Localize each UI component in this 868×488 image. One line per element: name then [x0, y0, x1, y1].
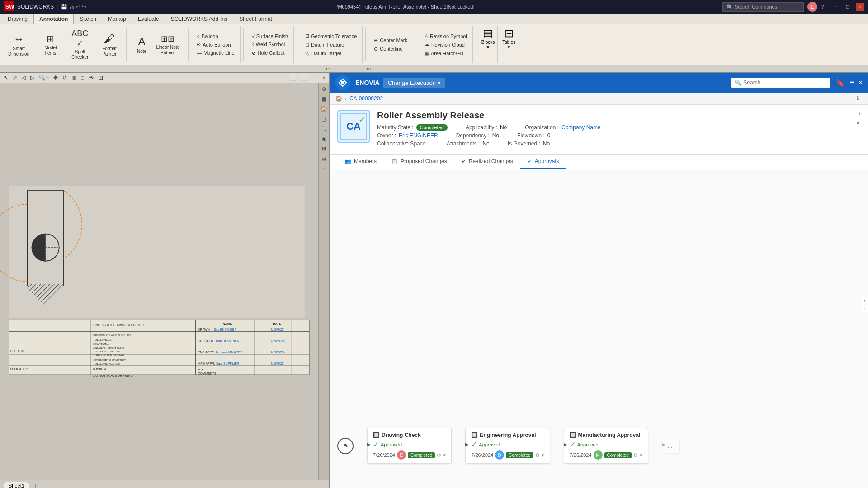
dx-tabs: 👥 Members 📋 Proposed Changes ✔ Realized … — [330, 155, 868, 169]
auto-balloon-btn[interactable]: ⊙ Auto Balloon — [194, 41, 237, 48]
drawing-check-settings-icon[interactable]: ⚙ — [437, 452, 441, 458]
zoom-to-fit-btn[interactable]: ⤢ — [11, 74, 19, 82]
tab-members[interactable]: 👥 Members — [337, 155, 384, 169]
solidworks-logo: SW — [4, 1, 14, 13]
mfg-approved-icon: ✓ — [570, 440, 576, 449]
dx-close-panel-btn[interactable]: × — [859, 79, 863, 87]
add-sheet-btn[interactable]: + — [31, 481, 40, 488]
drawing-check-expand-icon[interactable]: ▾ — [443, 452, 446, 458]
area-hatch-btn[interactable]: ▦ Area Hatch/Fill — [422, 49, 470, 57]
balloon-btn[interactable]: ○ Balloon — [194, 33, 237, 40]
expand-down-btn[interactable]: › — [862, 306, 868, 312]
mfg-badge: Completed — [604, 452, 632, 458]
help-btn[interactable]: ? — [821, 4, 824, 10]
maximize-btn[interactable]: □ — [844, 3, 852, 11]
tab-markup[interactable]: Markup — [102, 14, 132, 24]
minimize-btn[interactable]: − — [831, 3, 840, 11]
viewport-close-btn[interactable]: × — [321, 74, 327, 82]
spell-checker-btn[interactable]: ABC✓ SpellChecker — [69, 27, 91, 62]
revision-symbol-btn[interactable]: △ Revision Symbol — [422, 32, 470, 40]
vp-icon-7[interactable]: ⊞ — [321, 145, 327, 153]
eng-settings-icon[interactable]: ⚙ — [535, 452, 540, 458]
tab-approvals[interactable]: ✓ Approvals — [520, 155, 566, 169]
rotate-btn[interactable]: ↺ — [61, 74, 69, 82]
tab-proposed-changes[interactable]: 📋 Proposed Changes — [384, 155, 454, 169]
breadcrumb-ca[interactable]: CA-00000202 — [349, 95, 383, 102]
viewport-min-btn[interactable]: — — [311, 74, 320, 82]
center-mark-btn[interactable]: ⊕ Center Mark — [371, 37, 410, 44]
tables-btn[interactable]: ⊞ Tables ▼ — [500, 26, 518, 63]
tab-annotation[interactable]: Annotation — [33, 14, 74, 24]
dx-search-box[interactable]: 🔍 — [731, 78, 830, 88]
tables-dropdown-icon[interactable]: ▼ — [507, 45, 511, 50]
zoom-out-btn[interactable]: 🔍− — [37, 74, 51, 82]
datum-feature-btn[interactable]: ◻ Datum Feature — [302, 41, 359, 48]
viewport-restore-btn[interactable]: ⬜ — [288, 74, 298, 82]
blocks-btn[interactable]: ▤ Blocks ▼ — [479, 26, 498, 63]
tab-evaluate[interactable]: Evaluate — [132, 14, 165, 24]
weld-symbol-btn[interactable]: ⌇ Weld Symbol — [249, 41, 291, 48]
close-btn[interactable]: × — [856, 3, 864, 11]
pointer-btn[interactable]: ↖ — [2, 74, 10, 82]
mfg-settings-icon[interactable]: ⚙ — [633, 452, 638, 458]
surface-finish-btn[interactable]: √ Surface Finish — [249, 33, 291, 40]
vp-icon-8[interactable]: ▤ — [321, 155, 327, 163]
eng-badge: Completed — [506, 452, 533, 458]
ca-up-icon[interactable]: ▲ — [855, 119, 861, 126]
blocks-dropdown-icon[interactable]: ▼ — [486, 45, 491, 50]
vp-icon-1[interactable]: ⊕ — [321, 85, 327, 93]
smart-dimension-btn[interactable]: ↔ SmartDimension — [5, 31, 32, 59]
tab-sketch[interactable]: Sketch — [74, 14, 102, 24]
expand-right-btn[interactable]: › — [862, 298, 868, 304]
svg-text:TOLERANCES:: TOLERANCES: — [93, 338, 113, 341]
tab-sheet-format[interactable]: Sheet Format — [233, 14, 278, 24]
breadcrumb-home-icon[interactable]: 🏠 — [335, 95, 342, 102]
model-items-btn[interactable]: ⊞ ModelItems — [41, 32, 61, 58]
user-avatar[interactable]: E — [807, 2, 817, 12]
info-icon[interactable]: ℹ — [857, 95, 859, 102]
dx-search-input[interactable] — [743, 80, 816, 86]
viewport-max-btn[interactable]: ⬜ — [299, 74, 310, 82]
vp-icon-3[interactable]: 🏠 — [320, 105, 328, 113]
ca-expand-icon[interactable]: ▾ — [858, 110, 861, 117]
pan-btn[interactable]: ✥ — [52, 74, 60, 82]
svg-text:MFG APPR.: MFG APPR. — [198, 362, 215, 365]
revision-cloud-btn[interactable]: ☁ Revision Cloud — [422, 41, 470, 48]
vp-icon-4[interactable]: ◫ — [321, 115, 327, 123]
vp-icon-2[interactable]: ▦ — [321, 95, 327, 103]
next-view-btn[interactable]: ▷ — [28, 74, 36, 82]
group-model-items: ⊞ ModelItems — [37, 26, 64, 63]
vp-icon-9[interactable]: ⌂ — [321, 164, 326, 173]
previous-view-btn[interactable]: ◁ — [20, 74, 28, 82]
geometric-tolerance-btn[interactable]: ⊞ Geometric Tolerance — [302, 32, 359, 40]
vp-icon-6[interactable]: ◉ — [321, 135, 327, 143]
format-painter-btn[interactable]: 🖌 FormatPainter — [99, 31, 119, 59]
linear-note-pattern-btn[interactable]: ⊞⊞ Linear NotePattern — [154, 32, 183, 57]
display-style-btn[interactable]: □ — [79, 74, 86, 82]
quick-access-toolbar[interactable]: 💾 🖨 ↩ ↪ — [61, 4, 86, 10]
tab-drawing[interactable]: Drawing — [2, 14, 33, 24]
hole-callout-btn[interactable]: ⊘ Hole Callout — [249, 49, 291, 57]
mfg-expand-icon[interactable]: ▾ — [640, 452, 642, 458]
drawing-canvas[interactable]: UNLESS OTHERWISE SPECIFIED: DIMENSIONS A… — [0, 83, 329, 480]
group-note: A Note ⊞⊞ Linear NotePattern — [129, 26, 186, 63]
tab-realized-changes[interactable]: ✔ Realized Changes — [454, 155, 520, 169]
search-commands-input[interactable]: 🔍 Search Commands — [722, 2, 804, 12]
workflow-arrow-2 — [452, 446, 465, 446]
sheet-tab-1[interactable]: Sheet1 — [4, 482, 29, 488]
section-btn[interactable]: ▥ — [70, 74, 78, 82]
tab-addins[interactable]: SOLIDWORKS Add-Ins — [165, 14, 233, 24]
dx-section-dropdown[interactable]: Change Execution ▾ — [383, 78, 445, 88]
magnetic-line-btn[interactable]: — Magnetic Line — [194, 49, 237, 56]
view-3d-btn[interactable]: ⊡ — [97, 74, 105, 82]
datum-target-btn[interactable]: ◎ Datum Target — [302, 49, 359, 57]
ribbon-content: ↔ SmartDimension ⊞ ModelItems ABC✓ Spell… — [0, 24, 868, 65]
hide-show-btn[interactable]: 👁 — [87, 74, 96, 82]
dx-bookmark-icon[interactable]: 🔖 — [836, 79, 845, 87]
note-btn[interactable]: A Note — [132, 33, 152, 56]
surface-finish-icon: √ — [252, 33, 255, 39]
vp-icon-5[interactable]: 🔍 — [320, 125, 328, 133]
centerline-btn[interactable]: ⊖ Centerline — [371, 45, 410, 53]
dx-menu-icon[interactable]: ≡ — [849, 79, 854, 87]
eng-expand-icon[interactable]: ▾ — [542, 452, 544, 458]
